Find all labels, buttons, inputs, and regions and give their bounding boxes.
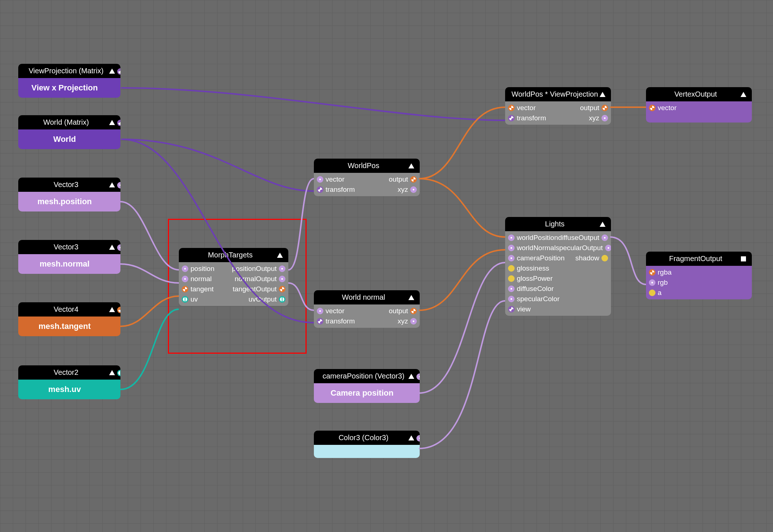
output-port-diffuseoutput[interactable] [601,234,608,241]
output-port-positionoutput[interactable] [279,265,285,272]
badge-icon [408,163,415,169]
input-port-rgb[interactable] [649,279,655,286]
port-label: rgba [658,268,672,276]
node-header[interactable]: Lights [505,217,611,231]
output-port-normaloutput[interactable] [279,276,285,282]
input-port-transform[interactable] [317,186,323,193]
input-port-vector[interactable] [508,105,515,111]
input-port-transform[interactable] [317,318,323,325]
port-label: shadow [576,254,600,262]
badge-icon [408,294,415,301]
node-label: mesh.position [18,193,120,210]
port-label: view [517,305,531,313]
input-port-view[interactable] [508,306,515,312]
input-port-worldnormal[interactable] [508,245,515,251]
port-label: tangent [191,285,214,293]
input-port-position[interactable] [182,265,188,272]
node-lights[interactable]: Lights worldPosition diffuseOutput world… [505,217,611,316]
node-header[interactable]: World normal [314,290,420,304]
node-canvas[interactable]: ViewProjection (Matrix) View x Projectio… [0,0,773,532]
output-port-output[interactable] [601,105,608,111]
port-label: uv [191,295,198,303]
input-port-glossiness[interactable] [508,265,515,272]
node-worldnormal[interactable]: World normal vector output transform xyz [314,290,420,328]
node-header[interactable]: Vector3 [18,240,120,254]
badge-icon [109,182,115,188]
node-body: rgba rgb a [646,266,752,299]
node-title: Color3 (Color3) [319,434,408,442]
node-cameraposition[interactable]: cameraPosition (Vector3) Camera position [314,369,420,403]
port-label: normalOutput [235,275,277,283]
port-label: diffuseOutput [558,234,599,242]
node-viewprojection[interactable]: ViewProjection (Matrix) View x Projectio… [18,64,120,98]
port-label: worldNormal [517,244,556,252]
node-header[interactable]: cameraPosition (Vector3) [314,369,420,383]
node-worldpos[interactable]: WorldPos vector output transform xyz [314,159,420,196]
node-body: vector output transform xyz [314,304,420,328]
badge-icon [599,221,606,228]
input-port-transform[interactable] [508,115,515,121]
node-title: Vector3 [23,243,109,251]
input-port-uv[interactable] [182,296,188,303]
output-port-shadow[interactable] [601,255,608,261]
node-vector3-normal[interactable]: Vector3 mesh.normal [18,240,120,274]
node-header[interactable]: World (Matrix) [18,115,120,129]
node-vertexoutput[interactable]: VertexOutput vector [646,87,752,123]
port-label: cameraPosition [517,254,565,262]
node-title: ViewProjection (Matrix) [23,67,109,75]
node-color3[interactable]: Color3 (Color3) [314,431,420,458]
node-header[interactable]: Vector2 [18,365,120,380]
input-port-worldposition[interactable] [508,234,515,241]
node-body: mesh.position [18,192,120,211]
output-port-output[interactable] [410,176,417,183]
node-world[interactable]: World (Matrix) World [18,115,120,149]
node-header[interactable]: Vector3 [18,178,120,192]
input-port-tangent[interactable] [182,286,188,292]
node-header[interactable]: MorphTargets [179,248,288,262]
input-port-normal[interactable] [182,276,188,282]
input-port-vector[interactable] [317,176,323,183]
node-header[interactable]: ViewProjection (Matrix) [18,64,120,78]
node-title: WorldPos [319,162,408,170]
node-header[interactable]: VertexOutput [646,87,752,101]
input-port-vector[interactable] [317,308,323,314]
port-label: xyz [398,186,408,194]
input-port-cameraposition[interactable] [508,255,515,261]
node-title: World normal [319,293,408,302]
node-fragmentoutput[interactable]: FragmentOutput rgba rgb a [646,252,752,299]
input-port-a[interactable] [649,290,655,296]
node-title: World (Matrix) [23,118,109,127]
node-title: cameraPosition (Vector3) [319,372,408,380]
port-label: position [191,265,215,273]
input-port-glosspower[interactable] [508,275,515,282]
node-title: VertexOutput [651,90,740,98]
port-label: worldPosition [517,234,558,242]
badge-icon [740,256,747,262]
input-port-rgba[interactable] [649,269,655,276]
node-worldposviewprojection[interactable]: WorldPos * ViewProjection vector output … [505,87,611,125]
input-port-vector[interactable] [649,105,655,111]
output-port-specularoutput[interactable] [605,245,611,251]
input-port-diffusecolor[interactable] [508,286,515,292]
node-label: View x Projection [18,79,120,96]
output-port-xyz[interactable] [410,186,417,193]
node-label: Camera position [314,385,420,401]
node-vector2-uv[interactable]: Vector2 mesh.uv [18,365,120,399]
node-title: Lights [510,220,599,228]
input-port-specularcolor[interactable] [508,296,515,302]
node-vector4-tangent[interactable]: Vector4 mesh.tangent [18,302,120,336]
port-label: specularOutput [556,244,603,252]
node-morphtargets[interactable]: MorphTargets position positionOutput nor… [179,248,288,306]
output-port-xyz[interactable] [410,318,417,325]
output-port-tangentoutput[interactable] [279,286,285,292]
node-header[interactable]: Vector4 [18,302,120,317]
node-header[interactable]: WorldPos * ViewProjection [505,87,611,101]
node-header[interactable]: WorldPos [314,159,420,173]
port-label: tangentOutput [233,285,277,293]
output-port-uvoutput[interactable] [279,296,285,303]
node-header[interactable]: Color3 (Color3) [314,431,420,445]
output-port-xyz[interactable] [601,115,608,121]
node-header[interactable]: FragmentOutput [646,252,752,266]
node-vector3-position[interactable]: Vector3 mesh.position [18,178,120,211]
output-port-output[interactable] [410,308,417,314]
